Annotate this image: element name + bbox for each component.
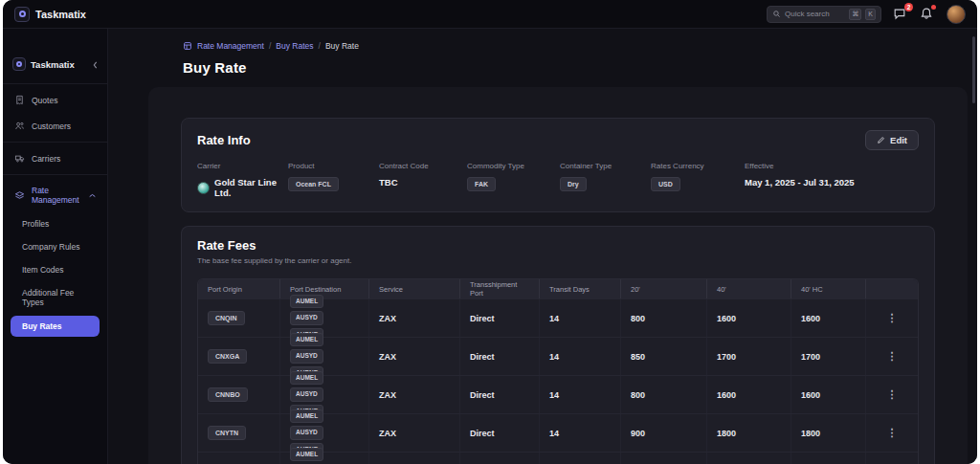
service-cell: ZAX [369,453,460,464]
field-product: Product Ocean FCL [288,162,379,198]
destination-badge: AUMEL [290,295,323,308]
column-header-port-origin: Port Origin [198,279,280,298]
destination-badge: AUSYD [290,311,323,324]
rate-40-cell: 1600 [707,299,791,337]
brand: Taskmatix [14,7,86,22]
rate-fees-rows: CNQIN AUMELAUSYDAUBNE ZAX Direct 14 800 … [198,298,918,464]
row-actions-kebab-icon[interactable]: ⋮ [881,312,903,324]
row-actions-kebab-icon[interactable]: ⋮ [881,350,903,363]
sidebar-item-customers[interactable]: Customers [3,113,107,139]
column-header-actions [866,279,918,298]
main-content: Rate Management / Buy Rates / Buy Rate B… [108,29,977,464]
product-badge: Ocean FCL [288,177,339,191]
rate-20-cell: 900 [621,453,707,464]
rate-fees-subtitle: The base fee supplied by the carrier or … [197,256,919,265]
quick-search[interactable]: ⌘ K [767,6,881,23]
pencil-icon [877,136,885,144]
breadcrumb-separator: / [319,41,321,51]
customers-icon [14,121,25,131]
divider [3,174,107,175]
sidebar-item-carriers[interactable]: Carriers [3,145,107,171]
sidebar: Taskmatix Quotes Customers Carriers [3,29,108,464]
field-effective: Effective May 1, 2025 - Jul 31, 2025 [745,162,919,198]
breadcrumb-link-buy-rates[interactable]: Buy Rates [276,41,313,51]
service-cell: ZAX [369,338,460,375]
rate-40-cell: 1600 [707,376,791,413]
sidebar-item-label: Carriers [32,154,60,164]
field-label: Carrier [197,162,288,170]
notifications-button[interactable] [920,7,935,22]
divider [3,142,107,143]
search-input[interactable] [785,10,845,18]
sidebar-item-quotes[interactable]: Quotes [3,87,107,113]
column-header-service: Service [369,279,460,298]
sidebar-item-label: Customers [32,122,71,131]
topbar: Taskmatix ⌘ K 2 [3,0,977,29]
sidebar-item-item-codes[interactable]: Item Codes [3,258,107,281]
transit-days-cell: 14 [540,299,621,337]
rate-40-cell: 1800 [707,414,791,452]
destination-badge: AUMEL [290,409,323,423]
destination-badge: AUMEL [290,448,323,461]
column-header-20: 20' [621,279,707,298]
rate-20-cell: 800 [621,376,707,413]
divider [3,83,107,84]
effective-value: May 1, 2025 - Jul 31, 2025 [745,177,855,188]
column-header-transit-days: Transit Days [540,279,621,298]
rate-fees-table: Port Origin Port Destination Service Tra… [197,278,919,464]
rate-20-cell: 850 [621,338,707,375]
rate-fees-title: Rate Fees [197,238,919,253]
row-actions-kebab-icon[interactable]: ⋮ [881,388,903,401]
table-row: CNNBO AUMELAUSYDAUBNE ZAX Direct 14 800 … [198,375,918,413]
rate-20-cell: 800 [621,299,707,337]
transit-days-cell: 14 [540,453,621,464]
sidebar-item-profiles[interactable]: Profiles [3,212,107,235]
field-rates-currency: Rates Currency USD [651,162,745,198]
sidebar-collapse-button[interactable] [93,55,98,73]
contract-code-value: TBC [379,177,398,188]
sidebar-item-additional-fee-types[interactable]: Additional Fee Types [3,281,107,314]
transit-days-cell: 14 [540,376,621,413]
sidebar-item-rate-management[interactable]: Rate Management [3,178,107,212]
transshipment-cell: Direct [460,338,540,375]
search-icon [772,10,781,18]
field-container-type: Container Type Dry [560,162,651,198]
user-avatar[interactable] [947,5,966,24]
origin-badge: CNXGA [208,349,247,364]
sidebar-item-company-rules[interactable]: Company Rules [3,235,107,258]
rate-fees-card: Rate Fees The base fee supplied by the c… [181,226,935,464]
sidebar-item-label: Rate Management [32,186,82,205]
service-cell: ZAX [369,414,460,452]
breadcrumb: Rate Management / Buy Rates / Buy Rate [183,41,977,51]
sidebar-item-buy-rates[interactable]: Buy Rates [11,316,100,337]
rate-info-card: Rate Info Edit Carrier Gold Star Line Lt… [181,118,935,212]
field-label: Rates Currency [651,162,745,170]
quotes-icon [14,95,25,105]
column-header-40: 40' [707,279,791,298]
chat-button[interactable]: 2 [893,7,908,22]
chevron-up-icon [89,190,96,200]
rate-40hc-cell: 1600 [791,299,866,337]
shortcut-k-key: K [865,9,876,20]
breadcrumb-icon [183,41,192,51]
service-cell: ZAX [369,299,460,337]
carrier-value: Gold Star Line Ltd. [214,177,288,198]
scrollbar-thumb[interactable] [972,36,975,103]
sidebar-brand: Taskmatix [3,52,107,80]
transshipment-cell: Direct [460,299,540,337]
app-name: Taskmatix [35,9,86,20]
rate-40-cell: 1700 [707,338,791,375]
breadcrumb-link-rate-management[interactable]: Rate Management [197,41,264,51]
field-label: Contract Code [379,162,467,170]
commodity-badge: FAK [467,177,496,191]
app-logo-icon [14,7,30,22]
field-label: Product [288,162,379,170]
table-row: CNQIN AUMELAUSYDAUBNE ZAX Direct 14 800 … [198,298,918,337]
edit-button-label: Edit [890,135,907,145]
origin-badge: CNYTN [208,426,246,440]
rate-40hc-cell: 1600 [791,376,866,413]
row-actions-kebab-icon[interactable]: ⋮ [881,427,903,439]
edit-button[interactable]: Edit [865,130,919,150]
currency-badge: USD [651,177,680,191]
field-label: Container Type [560,162,651,170]
